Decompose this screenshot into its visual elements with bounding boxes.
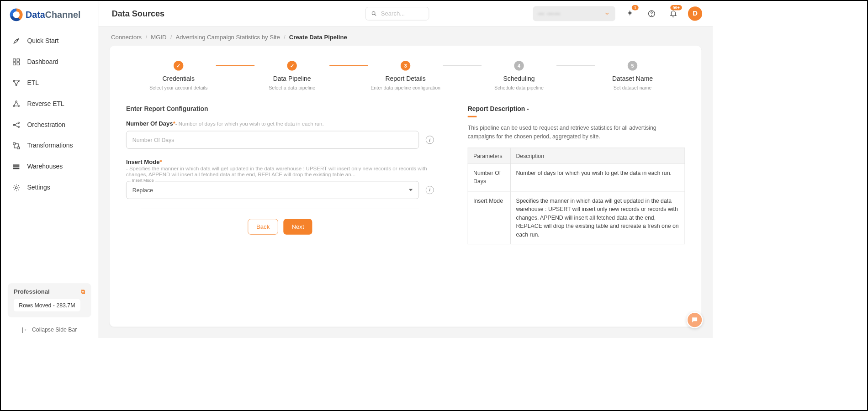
breadcrumb: Connectors/ MGID/ Advertising Campaign S… — [98, 26, 713, 46]
chat-icon — [691, 316, 698, 323]
svg-rect-3 — [13, 63, 16, 65]
days-label-text: Number Of Days — [126, 121, 173, 127]
orchestration-icon — [12, 121, 21, 129]
topbar: Data Sources Search... — —— 1 99+ D — [98, 1, 713, 26]
insert-mode-select[interactable]: Replace — [126, 181, 419, 199]
svg-rect-2 — [17, 59, 19, 61]
next-label: Next — [292, 223, 304, 230]
chevron-down-icon — [604, 11, 610, 16]
step-dataset-name: 5Dataset NameSet dataset name — [595, 61, 670, 90]
back-button[interactable]: Back — [248, 219, 278, 234]
svg-point-13 — [18, 126, 19, 127]
flow-icon — [12, 79, 21, 87]
step-sub: Schedule data pipeline — [494, 85, 544, 90]
step-credentials: CredentialsSelect your account details — [141, 61, 216, 90]
crumb-report[interactable]: Advertising Campaign Statistics by Site — [176, 34, 280, 41]
search-input[interactable]: Search... — [365, 7, 429, 21]
step-bar — [556, 65, 595, 66]
description-heading: Report Description - — [468, 105, 685, 113]
help-button[interactable] — [645, 6, 659, 21]
section-heading: Enter Report Configuration — [126, 105, 434, 113]
svg-point-5 — [13, 80, 15, 82]
gear-icon — [12, 184, 21, 192]
sparkle-button[interactable]: 1 — [623, 6, 637, 21]
collapse-label: Collapse Side Bar — [32, 327, 77, 333]
sidebar-item-warehouses[interactable]: Warehouses — [7, 158, 92, 176]
plan-card: Professional⧉ Rows Moved - 283.7M — [8, 283, 91, 317]
brand-part2: Channel — [45, 10, 81, 20]
next-button[interactable]: Next — [284, 219, 312, 234]
step-title: Credentials — [162, 75, 195, 82]
svg-point-16 — [15, 187, 17, 189]
sidebar-nav: Quick Start Dashboard ETL Reverse ETL Or… — [1, 32, 98, 197]
divider — [141, 209, 419, 209]
step-sub: Set dataset name — [614, 85, 652, 90]
sidebar-item-orchestration[interactable]: Orchestration — [7, 116, 92, 134]
days-label: Number Of Days*- Number of days for whic… — [126, 121, 434, 127]
sidebar-item-settings[interactable]: Settings — [7, 179, 92, 197]
storage-icon — [12, 163, 21, 171]
svg-point-11 — [13, 124, 15, 126]
step-dot-current-icon: 3 — [401, 61, 410, 70]
external-link-icon[interactable]: ⧉ — [81, 289, 85, 295]
svg-point-12 — [18, 122, 19, 123]
svg-point-17 — [372, 11, 376, 15]
number-of-days-input[interactable] — [126, 131, 419, 149]
step-bar — [443, 65, 482, 66]
step-dot-done-icon — [174, 61, 183, 70]
rocket-icon — [12, 37, 21, 45]
sidebar-item-label: ETL — [27, 79, 39, 86]
info-icon[interactable]: i — [426, 186, 434, 194]
reverse-flow-icon — [12, 100, 21, 108]
info-icon[interactable]: i — [426, 136, 434, 144]
svg-rect-14 — [13, 143, 16, 145]
sidebar-item-label: Warehouses — [27, 163, 63, 170]
brand-part1: Data — [26, 10, 45, 20]
notifications-button[interactable]: 99+ — [666, 6, 680, 21]
avatar[interactable]: D — [688, 6, 702, 21]
sidebar-item-reverse-etl[interactable]: Reverse ETL — [7, 95, 92, 113]
crumb-connectors[interactable]: Connectors — [111, 34, 142, 41]
step-title: Data Pipeline — [273, 75, 311, 82]
svg-point-6 — [18, 80, 19, 82]
step-title: Report Details — [385, 75, 425, 82]
grid-icon — [12, 58, 21, 66]
svg-point-7 — [16, 84, 17, 86]
plan-name: Professional — [14, 289, 50, 295]
svg-point-8 — [16, 101, 17, 102]
cell-param: Insert Mode — [468, 191, 510, 244]
sidebar-item-etl[interactable]: ETL — [7, 74, 92, 92]
insert-hint: - Specifies the manner in which data wil… — [126, 165, 434, 177]
chat-fab[interactable] — [687, 312, 703, 328]
sidebar-item-transformations[interactable]: Transformations — [7, 137, 92, 155]
sidebar-item-label: Dashboard — [27, 58, 58, 65]
params-table: Parameters Description Number Of DaysNum… — [468, 148, 685, 244]
back-label: Back — [256, 223, 270, 230]
sidebar-item-dashboard[interactable]: Dashboard — [7, 53, 92, 71]
search-icon — [371, 11, 377, 16]
account-dropdown[interactable]: — —— — [533, 6, 615, 21]
step-sub: Select your account details — [149, 85, 207, 90]
svg-point-19 — [651, 15, 652, 16]
crumb-mgid[interactable]: MGID — [151, 34, 166, 41]
insert-label-text: Insert Mode — [126, 158, 160, 165]
cell-desc: Number of days for which you wish to get… — [511, 163, 685, 191]
collapse-sidebar-button[interactable]: |←Collapse Side Bar — [1, 321, 98, 334]
help-icon — [647, 9, 656, 17]
page-title: Data Sources — [112, 9, 164, 18]
step-title: Scheduling — [503, 75, 535, 82]
step-bar — [216, 65, 254, 66]
svg-rect-1 — [13, 59, 16, 61]
step-dot-done-icon — [287, 61, 296, 70]
sidebar-item-quickstart[interactable]: Quick Start — [7, 32, 92, 50]
sparkle-icon — [626, 9, 634, 17]
step-bar — [329, 65, 368, 66]
rows-moved-chip: Rows Moved - 283.7M — [14, 299, 80, 311]
insert-mode-value: Replace — [132, 187, 153, 193]
table-row: Number Of DaysNumber of days for which y… — [468, 163, 685, 191]
description-text: This pipeline can be used to request and… — [468, 123, 685, 141]
search-placeholder: Search... — [381, 10, 405, 17]
crumb-current: Create Data Pipeline — [289, 34, 347, 41]
bell-icon — [669, 9, 677, 17]
sidebar-item-label: Transformations — [27, 142, 73, 149]
